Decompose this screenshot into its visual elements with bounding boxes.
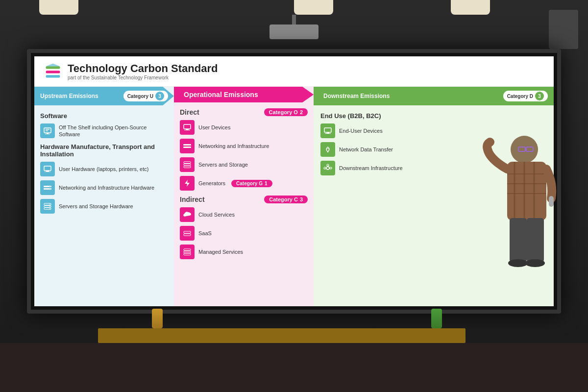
svg-rect-34: [184, 251, 191, 253]
networking-infra-label: Networking and Infrastructure: [198, 143, 269, 149]
svg-point-61: [508, 259, 528, 267]
slide-title: Technology Carbon Standard: [68, 62, 218, 75]
generators-label: Generators: [198, 180, 225, 187]
svg-rect-8: [45, 134, 50, 134]
managed-services-label: Managed Services: [198, 248, 243, 255]
servers-hardware-label: Servers and Storage Hardware: [59, 203, 133, 210]
user-devices-label: User Devices: [198, 124, 230, 131]
downstream-label: Downstream Emissions: [323, 93, 390, 99]
svg-rect-0: [46, 75, 60, 77]
ceiling-light-2: [294, 0, 333, 15]
downstream-badge: Category D 3: [503, 91, 548, 101]
can-2: [431, 309, 442, 328]
slide-header: Technology Carbon Standard part of the S…: [34, 56, 554, 87]
list-item: Servers and Storage: [180, 157, 308, 172]
downstream-infra-label: Downstream Infrastructure: [339, 165, 403, 172]
saas-icon: [180, 226, 195, 241]
operational-body: Direct Category O 2: [174, 102, 314, 306]
svg-rect-36: [324, 128, 331, 132]
upstream-body: Software Off The Shelf including Ope: [34, 105, 174, 306]
svg-rect-33: [184, 249, 191, 251]
svg-rect-60: [527, 218, 544, 262]
list-item: User Hardware (laptops, printers, etc): [40, 162, 168, 176]
software-section-title: Software: [40, 112, 168, 120]
operational-label: Operational Emissions: [184, 91, 258, 98]
upstream-badge-num: 3: [155, 92, 164, 100]
svg-point-43: [327, 164, 329, 166]
direct-section-label: Direct Category O 2: [180, 108, 308, 116]
svg-rect-26: [183, 147, 191, 148]
svg-point-47: [511, 136, 538, 163]
software-icon: [40, 123, 55, 138]
upstream-column: Upstream Emissions Category U 3 Software: [34, 87, 174, 306]
svg-point-39: [327, 151, 328, 152]
operational-header: Operational Emissions: [174, 87, 314, 102]
svg-rect-31: [184, 231, 191, 233]
downstream-badge-num: 3: [535, 92, 544, 100]
servers-storage-label: Servers and Storage: [198, 161, 248, 168]
floor: [0, 343, 588, 392]
category-o-num: 2: [300, 109, 303, 115]
list-item: Managed Services: [180, 245, 308, 259]
header-text: Technology Carbon Standard part of the S…: [68, 62, 218, 80]
ceiling-light-1: [39, 0, 78, 15]
svg-rect-51: [507, 162, 546, 220]
direct-label: Direct: [180, 108, 199, 116]
svg-point-20: [49, 206, 50, 207]
downstream-badge-label: Category D: [507, 94, 533, 99]
svg-rect-11: [45, 172, 50, 172]
cloud-services-label: Cloud Services: [198, 211, 235, 218]
networking-hardware-icon: [40, 180, 55, 195]
svg-point-62: [525, 259, 545, 267]
svg-rect-27: [184, 162, 191, 164]
servers-hardware-icon: [40, 199, 55, 214]
can-1: [152, 309, 163, 328]
svg-rect-10: [46, 171, 49, 172]
list-item: User Devices: [180, 120, 308, 135]
list-item: Off The Shelf including Open-Source Soft…: [40, 123, 168, 138]
category-g-badge: Category G 1: [231, 180, 272, 187]
svg-point-14: [49, 186, 50, 187]
speaker: [549, 10, 578, 49]
svg-marker-30: [185, 180, 190, 187]
list-item: Networking and Infrastructure Hardware: [40, 180, 168, 195]
svg-rect-5: [46, 129, 49, 130]
upstream-header: Upstream Emissions Category U 3: [34, 87, 174, 105]
category-c-num: 3: [300, 196, 303, 202]
network-data-transfer-icon: [320, 142, 335, 157]
logo-icon: [44, 63, 62, 80]
svg-rect-7: [47, 133, 49, 134]
managed-services-icon: [180, 245, 195, 259]
svg-rect-29: [184, 166, 191, 168]
downstream-infra-icon: [320, 161, 335, 175]
category-c-label: Category C: [269, 196, 298, 202]
category-o-label: Category O: [269, 109, 298, 115]
category-g-num: 1: [265, 181, 268, 186]
end-user-devices-label: End-User Devices: [339, 127, 383, 134]
svg-point-21: [49, 208, 50, 209]
end-use-section-title: End Use (B2B, B2C): [320, 112, 547, 120]
svg-rect-6: [46, 130, 48, 131]
user-hardware-label: User Hardware (laptops, printers, etc): [59, 166, 148, 172]
operational-column: Operational Emissions Direct Category O …: [174, 87, 314, 306]
svg-rect-22: [184, 124, 191, 129]
indirect-section-label: Indirect Category C 3: [180, 196, 308, 203]
user-devices-icon: [180, 120, 195, 135]
category-o-badge: Category O 2: [264, 108, 308, 116]
svg-rect-2: [46, 66, 60, 69]
cloud-services-icon: [180, 207, 195, 222]
list-item: Cloud Services: [180, 207, 308, 222]
svg-rect-58: [549, 196, 554, 207]
svg-rect-25: [183, 144, 191, 146]
downstream-header: Downstream Emissions Category D 3: [314, 87, 554, 105]
list-item: Networking and Infrastructure: [180, 139, 308, 153]
svg-point-19: [49, 204, 50, 205]
category-c-badge: Category C 3: [264, 196, 308, 203]
svg-marker-3: [46, 63, 60, 66]
svg-rect-59: [510, 218, 527, 262]
projector: [270, 24, 318, 39]
upstream-label: Upstream Emissions: [40, 93, 98, 99]
svg-rect-32: [184, 234, 191, 236]
svg-rect-37: [326, 132, 329, 133]
end-user-devices-icon: [320, 123, 335, 138]
